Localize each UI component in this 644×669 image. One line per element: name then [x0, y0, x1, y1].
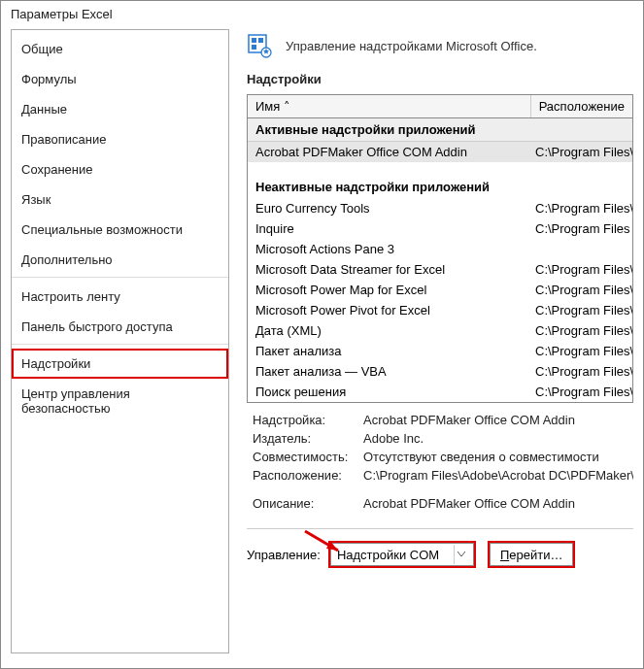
sidebar-item-general[interactable]: Общие: [12, 34, 228, 64]
cell-name: Microsoft Power Map for Excel: [248, 280, 531, 300]
cell-name: Acrobat PDFMaker Office COM Addin: [248, 142, 531, 162]
detail-value-publisher: Adobe Inc.: [363, 431, 633, 446]
main-panel: Управление надстройками Microsoft Office…: [229, 23, 643, 659]
addin-details: Надстройка:Acrobat PDFMaker Office COM A…: [247, 413, 633, 515]
cell-name: Дата (XML): [248, 320, 531, 341]
addins-grid: Имя ˄ Расположение Активные надстройки п…: [247, 94, 633, 403]
table-row[interactable]: Пакет анализаC:\Program Files\M: [248, 341, 632, 361]
svg-rect-3: [252, 45, 256, 50]
manage-footer: Управление: Надстройки COM Перейти…: [247, 528, 633, 566]
cell-name: Inquire: [248, 218, 531, 239]
table-row[interactable]: Euro Currency ToolsC:\Program Files\M: [248, 198, 632, 218]
detail-value-addin: Acrobat PDFMaker Office COM Addin: [363, 413, 633, 427]
svg-marker-6: [326, 541, 338, 551]
cell-name: Microsoft Actions Pane 3: [248, 239, 531, 259]
cell-loc: C:\Program Files\M: [531, 341, 632, 361]
detail-label-publisher: Издатель:: [247, 431, 363, 446]
chevron-down-icon: [454, 545, 469, 564]
cell-loc: C:\Program Files\C: [531, 320, 632, 341]
table-row[interactable]: Microsoft Actions Pane 3: [248, 239, 632, 259]
group-active: Активные надстройки приложений: [248, 118, 632, 142]
combo-value: Надстройки COM: [337, 548, 439, 562]
annotation-arrow-icon: [301, 527, 350, 556]
cell-name: Пакет анализа: [248, 341, 531, 361]
spacer: [248, 162, 632, 176]
detail-label-desc: Описание:: [247, 496, 363, 511]
table-row[interactable]: Microsoft Data Streamer for ExcelC:\Prog…: [248, 259, 632, 280]
table-row[interactable]: InquireC:\Program Files (x: [248, 218, 632, 239]
category-sidebar: Общие Формулы Данные Правописание Сохран…: [11, 29, 229, 653]
table-row[interactable]: Microsoft Power Map for ExcelC:\Program …: [248, 280, 632, 300]
detail-value-desc: Acrobat PDFMaker Office COM Addin: [363, 496, 633, 511]
sidebar-item-addins[interactable]: Надстройки: [12, 349, 228, 379]
cell-loc: C:\Program Files\M: [531, 361, 632, 382]
table-row[interactable]: Acrobat PDFMaker Office COM Addin C:\Pro…: [248, 142, 632, 162]
sidebar-item-trust-center[interactable]: Центр управления безопасностью: [12, 379, 228, 423]
detail-value-compat: Отсутствуют сведения о совместимости: [363, 450, 633, 464]
header-title: Управление надстройками Microsoft Office…: [286, 39, 537, 53]
window-title: Параметры Excel: [1, 1, 643, 23]
table-row[interactable]: Дата (XML)C:\Program Files\C: [248, 320, 632, 341]
sidebar-item-save[interactable]: Сохранение: [12, 154, 228, 184]
go-button-accel: П: [500, 548, 509, 562]
window-body: Общие Формулы Данные Правописание Сохран…: [1, 23, 643, 659]
sidebar-item-formulas[interactable]: Формулы: [12, 64, 228, 94]
cell-name: Euro Currency Tools: [248, 198, 531, 218]
cell-name: Пакет анализа — VBA: [248, 361, 531, 382]
sidebar-item-proofing[interactable]: Правописание: [12, 124, 228, 154]
cell-loc: [531, 239, 632, 259]
col-header-name[interactable]: Имя ˄: [248, 95, 531, 117]
detail-label-addin: Надстройка:: [247, 413, 363, 427]
cell-loc: C:\Program Files\M: [531, 280, 632, 300]
sidebar-item-advanced[interactable]: Дополнительно: [12, 245, 228, 278]
options-window: Параметры Excel Общие Формулы Данные Пра…: [0, 0, 644, 669]
table-row[interactable]: Microsoft Power Pivot for ExcelC:\Progra…: [248, 300, 632, 320]
grid-header: Имя ˄ Расположение: [248, 95, 632, 118]
cell-name: Microsoft Power Pivot for Excel: [248, 300, 531, 320]
svg-rect-1: [252, 38, 256, 43]
table-row[interactable]: Пакет анализа — VBAC:\Program Files\M: [248, 361, 632, 382]
header-row: Управление надстройками Microsoft Office…: [247, 33, 643, 58]
cell-loc: C:\Program Files\M: [531, 259, 632, 280]
table-row[interactable]: Поиск решенияC:\Program Files\M: [248, 382, 632, 402]
go-button-rest: ерейти…: [509, 548, 562, 562]
cell-loc: C:\Program Files\M: [531, 300, 632, 320]
cell-name: Поиск решения: [248, 382, 531, 402]
section-title: Надстройки: [247, 72, 643, 86]
detail-value-location: C:\Program Files\Adobe\Acrobat DC\PDFMak…: [363, 468, 633, 483]
col-header-location[interactable]: Расположение: [531, 95, 632, 117]
sidebar-item-language[interactable]: Язык: [12, 184, 228, 215]
manage-combo[interactable]: Надстройки COM: [330, 543, 474, 566]
group-inactive: Неактивные надстройки приложений: [248, 176, 632, 198]
detail-label-location: Расположение:: [247, 468, 363, 483]
sidebar-item-accessibility[interactable]: Специальные возможности: [12, 215, 228, 245]
sidebar-item-quick-access[interactable]: Панель быстрого доступа: [12, 312, 228, 345]
sidebar-item-customize-ribbon[interactable]: Настроить ленту: [12, 282, 228, 312]
addins-icon: [247, 33, 272, 58]
cell-loc: C:\Program Files\M: [531, 198, 632, 218]
cell-name: Microsoft Data Streamer for Excel: [248, 259, 531, 280]
svg-rect-2: [258, 38, 263, 43]
detail-label-compat: Совместимость:: [247, 450, 363, 464]
sidebar-item-data[interactable]: Данные: [12, 94, 228, 124]
cell-loc: C:\Program Files\M: [531, 382, 632, 402]
go-button[interactable]: Перейти…: [490, 543, 574, 566]
cell-loc: C:\Program Files (x: [531, 218, 632, 239]
cell-loc: C:\Program Files\A: [531, 142, 632, 162]
